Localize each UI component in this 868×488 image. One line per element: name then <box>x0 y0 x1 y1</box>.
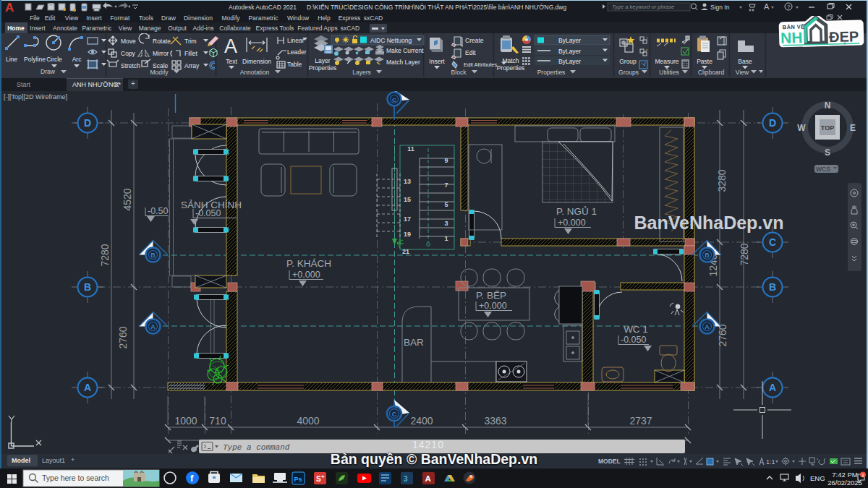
svg-text:C: C <box>392 411 397 418</box>
svg-text:Block: Block <box>451 69 467 76</box>
svg-text:Polyline: Polyline <box>24 56 46 63</box>
svg-text:Insert: Insert <box>429 58 445 65</box>
svg-text:Modify: Modify <box>150 69 169 76</box>
svg-text:+0.000: +0.000 <box>479 301 507 311</box>
svg-text:?: ? <box>787 4 791 10</box>
svg-text:Draw: Draw <box>41 68 56 75</box>
svg-text:7280: 7280 <box>99 244 111 266</box>
svg-text:-0.50: -0.50 <box>148 206 169 216</box>
svg-text:19: 19 <box>404 231 411 238</box>
svg-text:4000: 4000 <box>297 415 319 427</box>
svg-text:Edit: Edit <box>465 49 476 56</box>
svg-text:-0.050: -0.050 <box>621 335 646 345</box>
svg-text:WC 1: WC 1 <box>624 324 648 335</box>
svg-text:B: B <box>84 281 91 293</box>
svg-text:ENG: ENG <box>810 474 825 482</box>
svg-text:Type a command: Type a command <box>223 443 290 452</box>
svg-text:f: f <box>190 473 194 484</box>
svg-text:Autodesk AutoCAD 2021: Autodesk AutoCAD 2021 <box>229 4 297 11</box>
svg-text:2737: 2737 <box>629 415 652 427</box>
svg-text:B: B <box>705 252 710 259</box>
svg-text:Array: Array <box>184 62 200 69</box>
svg-text:Circle: Circle <box>46 56 62 63</box>
svg-text:Groups: Groups <box>618 69 639 76</box>
svg-text:Utilities: Utilities <box>659 69 678 76</box>
svg-text:D: D <box>84 117 91 129</box>
svg-text:13: 13 <box>404 178 411 185</box>
svg-text:S: S <box>825 147 830 158</box>
svg-text:Sign In: Sign In <box>710 4 730 11</box>
svg-text:Mirror: Mirror <box>153 50 169 57</box>
svg-text:AIDC Nettuong: AIDC Nettuong <box>370 37 412 44</box>
svg-text:15: 15 <box>404 196 411 203</box>
svg-text:2400: 2400 <box>410 415 433 427</box>
svg-text:710: 710 <box>209 415 226 427</box>
svg-text:1: 1 <box>444 235 448 242</box>
svg-text:7:42 PM: 7:42 PM <box>832 471 857 479</box>
svg-text:A: A <box>769 382 776 393</box>
svg-text:Layers: Layers <box>352 69 371 76</box>
svg-text:3363: 3363 <box>484 415 506 427</box>
svg-text:9: 9 <box>444 157 448 164</box>
svg-text:Annotation: Annotation <box>240 69 270 76</box>
svg-text:S: S <box>316 475 321 483</box>
svg-text:Rotate: Rotate <box>153 38 171 45</box>
svg-text:7: 7 <box>444 181 448 189</box>
svg-text:4520: 4520 <box>122 188 133 210</box>
svg-text:2760: 2760 <box>717 324 728 346</box>
svg-text:3280: 3280 <box>716 169 728 192</box>
svg-text:2760: 2760 <box>117 326 129 348</box>
svg-text:Clipboard: Clipboard <box>698 69 725 76</box>
svg-text:P. BẾP: P. BẾP <box>476 290 506 301</box>
svg-text:Layer: Layer <box>315 57 330 64</box>
svg-text:B: B <box>150 252 156 259</box>
svg-text:Type a keyword or phrase: Type a keyword or phrase <box>612 4 674 10</box>
svg-text:Table: Table <box>287 61 302 68</box>
svg-text:ByLayer: ByLayer <box>558 37 581 44</box>
svg-text:ByLayer: ByLayer <box>558 48 581 55</box>
svg-text:Move: Move <box>121 38 136 45</box>
svg-text:Leader: Leader <box>287 48 307 56</box>
svg-text:ByLayer: ByLayer <box>558 58 581 65</box>
svg-text:Properties: Properties <box>537 69 566 76</box>
svg-text:WCS: WCS <box>816 166 830 173</box>
svg-text:11: 11 <box>407 145 414 153</box>
svg-text:BAR: BAR <box>404 337 424 348</box>
svg-text:5: 5 <box>444 201 448 208</box>
svg-text:Group: Group <box>619 58 637 65</box>
svg-text:W: W <box>797 123 806 133</box>
svg-text:Match: Match <box>502 57 519 64</box>
svg-text:26/02/2025: 26/02/2025 <box>827 479 862 487</box>
svg-text:1000: 1000 <box>174 415 197 427</box>
svg-text:A: A <box>224 35 237 57</box>
svg-text:Properties: Properties <box>497 64 525 72</box>
svg-text:NH: NH <box>780 29 803 46</box>
svg-text:A: A <box>425 474 431 483</box>
svg-text:+0.000: +0.000 <box>558 218 586 228</box>
svg-text:N: N <box>825 100 831 111</box>
svg-text:7280: 7280 <box>739 243 750 265</box>
svg-text:Linear: Linear <box>287 37 305 44</box>
svg-text:-0.050: -0.050 <box>195 208 221 218</box>
svg-text:View: View <box>736 69 749 76</box>
svg-text:Stretch: Stretch <box>121 62 140 69</box>
svg-text:Line: Line <box>6 56 17 63</box>
svg-text:A: A <box>5 1 14 13</box>
svg-text:3: 3 <box>444 220 448 227</box>
svg-text:+: + <box>321 474 325 480</box>
svg-text:TOP: TOP <box>821 124 834 132</box>
svg-text:E: E <box>850 123 856 133</box>
svg-text:3: 3 <box>404 475 408 483</box>
svg-text:P. KHÁCH: P. KHÁCH <box>286 258 331 269</box>
svg-text:D: D <box>769 117 776 129</box>
svg-text:Base: Base <box>738 58 752 65</box>
svg-text:Paste: Paste <box>697 58 712 65</box>
svg-text:A: A <box>84 382 91 393</box>
svg-text:Trim: Trim <box>184 38 197 45</box>
svg-text:Scale: Scale <box>153 62 169 69</box>
svg-text:Measure: Measure <box>655 58 678 65</box>
svg-text:Match Layer: Match Layer <box>386 59 420 66</box>
svg-text:21: 21 <box>402 248 409 255</box>
svg-text:Fillet: Fillet <box>184 50 198 57</box>
svg-text:Properties: Properties <box>309 64 337 72</box>
